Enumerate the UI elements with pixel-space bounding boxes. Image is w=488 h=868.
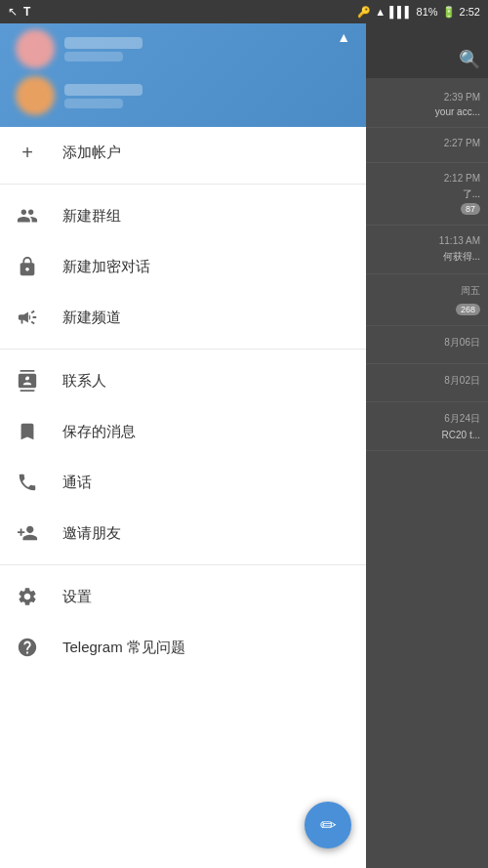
avatar-2: [16, 76, 55, 115]
arrow-up-icon[interactable]: ▲: [337, 29, 350, 45]
chat-list: 2:39 PM your acc... 2:27 PM 2:12 PM 了...…: [366, 78, 488, 451]
plus-icon: +: [16, 141, 39, 164]
megaphone-icon: [16, 306, 39, 329]
chat-time: 2:27 PM: [444, 138, 480, 148]
help-icon: [16, 636, 39, 659]
account-phone-2: [64, 99, 123, 108]
status-bar-left: ↖ T: [8, 5, 30, 19]
phone-icon: [16, 471, 39, 494]
menu-item-new-channel[interactable]: 新建频道: [0, 292, 366, 343]
wifi-icon: ▲: [375, 6, 386, 18]
person-add-icon: [16, 521, 39, 545]
menu-item-calls[interactable]: 通话: [0, 457, 366, 508]
status-bar: ↖ T 🔑 ▲ ▌▌▌ 81% 🔋 2:52: [0, 0, 488, 23]
right-panel: 🔍 2:39 PM your acc... 2:27 PM 2:12 PM 了.…: [366, 0, 488, 868]
menu-item-invite[interactable]: 邀请朋友: [0, 508, 366, 558]
menu-label-new-group: 新建群组: [62, 207, 121, 226]
chat-item[interactable]: 8月02日: [366, 364, 488, 402]
menu-label-invite: 邀请朋友: [62, 524, 121, 543]
menu-item-faq[interactable]: Telegram 常见问题: [0, 622, 366, 673]
menu-label-faq: Telegram 常见问题: [62, 639, 185, 657]
menu-label-new-secret: 新建加密对话: [62, 258, 150, 276]
cursor-icon: ↖: [8, 5, 18, 19]
chat-time: 周五: [461, 284, 480, 298]
account-item-2[interactable]: [16, 76, 350, 115]
chat-item[interactable]: 8月06日: [366, 326, 488, 364]
chat-item[interactable]: 6月24日 RC20 t...: [366, 402, 488, 451]
menu-label-contacts: 联系人: [62, 372, 106, 391]
edit-icon: ✏: [320, 813, 337, 837]
account-phone-1: [64, 52, 123, 62]
divider-3: [0, 564, 366, 565]
chat-time: 2:39 PM: [444, 92, 480, 103]
chat-time: 6月24日: [444, 412, 480, 426]
search-icon[interactable]: 🔍: [459, 49, 480, 70]
accounts-container: [16, 29, 350, 115]
add-account-label: 添加帐户: [62, 144, 121, 162]
chat-badge: 268: [456, 304, 480, 315]
key-icon: 🔑: [357, 6, 371, 19]
chat-preview: 了...: [463, 187, 480, 201]
menu-item-saved[interactable]: 保存的消息: [0, 406, 366, 457]
clock: 2:52: [460, 6, 480, 18]
menu-section: + 添加帐户 新建群组 新建加密对话: [0, 127, 366, 868]
menu-label-settings: 设置: [62, 588, 92, 606]
chat-preview: RC20 t...: [442, 430, 480, 440]
gear-icon: [16, 585, 39, 608]
chat-time: 8月06日: [444, 336, 480, 350]
compose-fab[interactable]: ✏: [305, 802, 351, 848]
drawer: ▲ + 添加帐户: [0, 0, 366, 868]
add-account-item[interactable]: + 添加帐户: [0, 127, 366, 178]
chat-time: 11:13 AM: [439, 235, 480, 246]
divider-2: [0, 349, 366, 350]
account-info-2: [64, 84, 142, 108]
menu-item-contacts[interactable]: 联系人: [0, 355, 366, 406]
chat-preview: your acc...: [435, 106, 480, 117]
menu-label-saved: 保存的消息: [62, 423, 136, 441]
menu-item-new-secret[interactable]: 新建加密对话: [0, 241, 366, 292]
account-name-1: [64, 37, 142, 49]
battery-percent: 81%: [417, 6, 438, 18]
chat-badge: 87: [461, 203, 480, 215]
chat-time: 2:12 PM: [444, 173, 480, 184]
lock-icon: [16, 255, 39, 278]
chat-preview: 何获得...: [443, 250, 480, 264]
chat-item[interactable]: 周五 268: [366, 274, 488, 326]
chat-time: 8月02日: [444, 374, 480, 388]
signal-icon: ▌▌▌: [389, 6, 412, 18]
bookmark-icon: [16, 420, 39, 443]
divider-1: [0, 184, 366, 185]
chat-item[interactable]: 11:13 AM 何获得...: [366, 226, 488, 274]
status-bar-right: 🔑 ▲ ▌▌▌ 81% 🔋 2:52: [357, 6, 480, 19]
chat-item[interactable]: 2:39 PM your acc...: [366, 82, 488, 128]
contact-icon: [16, 369, 39, 393]
chat-item[interactable]: 2:27 PM: [366, 128, 488, 163]
group-icon: [16, 204, 39, 227]
menu-label-new-channel: 新建频道: [62, 309, 121, 327]
account-info-1: [64, 37, 142, 62]
t-icon: T: [23, 5, 30, 19]
avatar-1: [16, 29, 55, 68]
battery-icon: 🔋: [442, 6, 456, 19]
account-name-2: [64, 84, 142, 96]
menu-item-settings[interactable]: 设置: [0, 571, 366, 622]
account-item-1[interactable]: [16, 29, 350, 68]
chat-item[interactable]: 2:12 PM 了... 87: [366, 163, 488, 226]
menu-item-new-group[interactable]: 新建群组: [0, 190, 366, 241]
menu-label-calls: 通话: [62, 474, 92, 492]
